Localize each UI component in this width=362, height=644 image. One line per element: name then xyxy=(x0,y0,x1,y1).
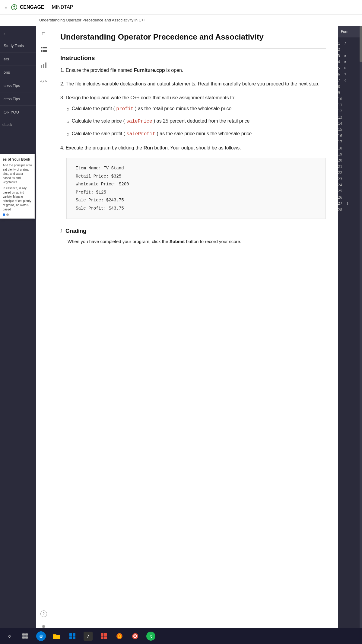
page-title: Understanding Operator Precedence and As… xyxy=(60,32,326,42)
sidebar-item-ons[interactable]: ons xyxy=(0,66,36,79)
sidebar-item-ers[interactable]: ers xyxy=(0,53,36,66)
firefox-icon xyxy=(116,633,123,640)
svg-rect-13 xyxy=(22,633,25,636)
line-10: 10 xyxy=(338,96,362,102)
output-line-6: Sale Profit: $43.75 xyxy=(76,204,316,213)
line-3: 3 # xyxy=(338,53,362,59)
svg-rect-11 xyxy=(43,64,44,68)
book-icon[interactable]: □ xyxy=(39,29,49,39)
instruction-3-text: 3. Design the logic and write the C++ co… xyxy=(60,95,236,100)
line-num-6: 6 xyxy=(338,71,343,77)
cengage-logo: CENGAGE xyxy=(11,4,44,11)
output-line-4: Profit: $125 xyxy=(76,188,316,197)
cengage-label: CENGAGE xyxy=(20,5,44,10)
content-area: □ xyxy=(36,26,338,630)
opera-btn[interactable] xyxy=(129,630,142,643)
line-num-7: 7 xyxy=(338,77,343,83)
line-7: 7 { xyxy=(338,77,362,83)
file-explorer-btn[interactable] xyxy=(50,630,63,643)
sidebar-item-study-tools[interactable]: Study Tools xyxy=(0,39,36,53)
line-num-11: 11 xyxy=(338,102,345,108)
feedback-label: dback xyxy=(2,123,12,127)
start-search-btn[interactable]: ○ xyxy=(3,630,16,643)
grading-text: When you have completed your program, cl… xyxy=(68,238,326,245)
line-16: 16 xyxy=(338,133,362,139)
breadcrumb: Understanding Operator Precedence and As… xyxy=(0,14,362,26)
store-btn[interactable] xyxy=(66,630,79,643)
sidebar-item-cess-tips-1[interactable]: cess Tips xyxy=(0,79,36,92)
title-divider xyxy=(60,48,326,49)
cess-tips-1-label: cess Tips xyxy=(4,83,20,88)
line-num-3: 3 xyxy=(338,53,343,59)
svg-rect-21 xyxy=(73,636,75,639)
edge-icon xyxy=(37,633,45,640)
line-num-5: 5 xyxy=(338,65,343,71)
list-icon[interactable] xyxy=(39,45,49,54)
sub-instruction-3-text: Calculate the sale profit ( saleProfit )… xyxy=(72,130,253,138)
svg-rect-7 xyxy=(43,50,47,51)
scroll-indicator[interactable] xyxy=(360,26,362,630)
output-line-2: Retail Price: $325 xyxy=(76,172,316,181)
svg-point-1 xyxy=(14,8,15,9)
popup-content: And the principle of to eat plenty of gr… xyxy=(3,163,32,184)
spotify-btn[interactable]: ♫ xyxy=(144,630,157,643)
ons-label: ons xyxy=(4,70,10,75)
line-11: 11 xyxy=(338,102,362,108)
svg-rect-12 xyxy=(45,62,46,68)
line-8: 8 xyxy=(338,84,362,90)
svg-rect-24 xyxy=(101,636,103,639)
code-7: { xyxy=(343,79,346,82)
breadcrumb-text: Understanding Operator Precedence and As… xyxy=(39,18,146,22)
sub-instruction-2: Calculate the sale price ( salePrice ) a… xyxy=(66,117,326,126)
help-icon[interactable]: ? xyxy=(40,610,47,617)
svg-rect-5 xyxy=(43,49,47,49)
line-6: 6 i xyxy=(338,71,362,77)
app1-btn[interactable] xyxy=(97,630,110,643)
code-5: u xyxy=(343,66,346,70)
for-you-label: OR YOU xyxy=(4,110,19,114)
code-1: / xyxy=(343,42,346,45)
edge-btn[interactable] xyxy=(34,630,48,643)
sidebar-collapse-btn[interactable]: ‹ xyxy=(0,29,8,39)
svg-rect-15 xyxy=(22,636,25,639)
study-tools-label: Study Tools xyxy=(4,43,24,48)
book-popup: es of Your Book And the principle of to … xyxy=(0,154,35,219)
code-6: i xyxy=(343,72,346,76)
sidebar-item-cess-tips-2[interactable]: cess Tips xyxy=(0,92,36,106)
line-27: 27 } xyxy=(338,200,362,207)
line-28: 28 xyxy=(338,207,362,213)
line-num-9: 9 xyxy=(338,90,343,96)
line-num-15: 15 xyxy=(338,127,345,133)
line-num-22: 22 xyxy=(338,170,345,176)
line-19: 19 xyxy=(338,151,362,157)
cess-tips-2-label: cess Tips xyxy=(4,97,20,101)
svg-rect-8 xyxy=(41,51,42,52)
num7-badge-btn[interactable]: 7 xyxy=(81,630,95,643)
popup-title: es of Your Book xyxy=(3,157,32,162)
line-numbers: 1 / 2 3 # 4 # 5 u 6 i 7 xyxy=(338,37,362,216)
red-app-icon xyxy=(100,633,107,640)
line-2: 2 xyxy=(338,46,362,53)
dot-indicators xyxy=(3,213,32,216)
svg-point-28 xyxy=(119,635,120,637)
chart-icon[interactable] xyxy=(39,60,49,70)
line-24: 24 xyxy=(338,182,362,188)
instructions-heading: Instructions xyxy=(60,55,326,62)
firefox-btn[interactable] xyxy=(113,630,126,643)
line-21: 21 xyxy=(338,164,362,170)
share-icon[interactable]: ⤴ xyxy=(60,229,62,233)
line-num-18: 18 xyxy=(338,145,345,151)
sidebar-item-for-you[interactable]: OR YOU xyxy=(0,106,36,119)
submit-bold: Submit xyxy=(170,239,185,244)
line-num-19: 19 xyxy=(338,151,345,157)
sidebar-item-feedback[interactable]: dback xyxy=(0,119,14,130)
task-view-btn[interactable] xyxy=(19,630,32,643)
code-icon[interactable]: </> xyxy=(39,76,49,86)
collapse-chevron[interactable]: « xyxy=(5,5,7,10)
instruction-4-text: 4. Execute the program by clicking the R… xyxy=(60,145,241,150)
scroll-thumb[interactable] xyxy=(360,26,362,62)
line-num-13: 13 xyxy=(338,114,345,120)
grading-section: ⤴ Grading When you have completed your p… xyxy=(60,228,326,245)
line-num-24: 24 xyxy=(338,182,345,188)
line-17: 17 xyxy=(338,139,362,145)
